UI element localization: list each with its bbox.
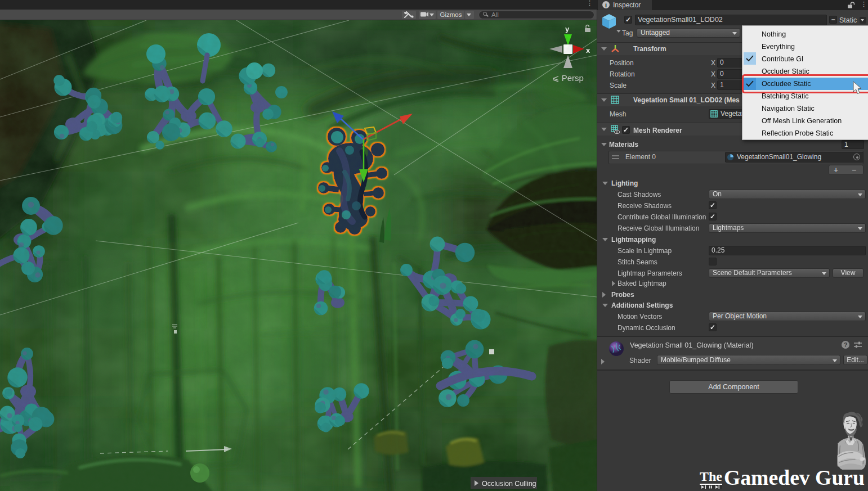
svg-text:Gamedev Guru: Gamedev Guru: [724, 466, 865, 489]
svg-text:Occlusion Culling: Occlusion Culling: [482, 480, 536, 488]
svg-text:The: The: [700, 470, 722, 484]
